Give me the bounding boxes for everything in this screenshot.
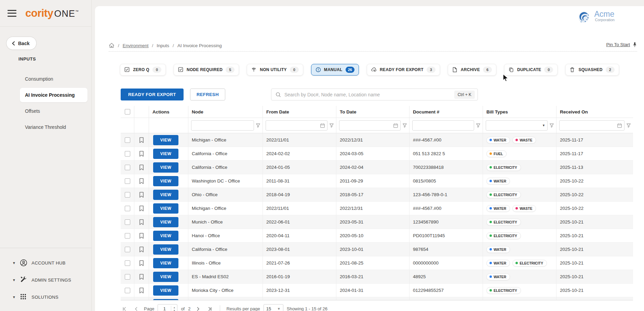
received-on-cell: 2025-10-22	[556, 188, 633, 201]
previous-page-button[interactable]	[132, 306, 140, 311]
table-row: VIEW Morioka City - Office 2023-12-31 20…	[121, 284, 633, 297]
filter-funnel-icon[interactable]	[256, 123, 260, 128]
calendar-icon[interactable]	[617, 123, 622, 128]
bill-type-label: ELECTRICITY	[494, 165, 517, 170]
received-on-filter-input[interactable]	[559, 120, 625, 131]
status-tabs: ZERO Q0NODE REQUIRED5NON UTILITY0MANUAL2…	[95, 64, 644, 76]
bookmark-icon[interactable]	[139, 260, 144, 266]
bookmark-icon[interactable]	[139, 246, 144, 253]
search-input[interactable]	[284, 92, 454, 97]
tab-archive[interactable]: ARCHIVE6	[448, 64, 496, 76]
page-number-input[interactable]: 1 ▲▼	[158, 304, 177, 311]
next-page-button[interactable]	[194, 306, 202, 311]
first-page-button[interactable]	[121, 306, 129, 311]
filter-funnel-icon[interactable]	[329, 123, 334, 128]
bookmark-icon[interactable]	[139, 205, 144, 212]
home-icon[interactable]	[109, 43, 115, 48]
tab-node-required[interactable]: NODE REQUIRED5	[174, 64, 239, 76]
pin-to-start[interactable]: Pin To Start	[606, 42, 637, 47]
row-checkbox[interactable]	[125, 219, 130, 225]
view-button[interactable]: VIEW	[153, 231, 178, 241]
row-checkbox[interactable]	[125, 137, 130, 143]
bookmark-icon[interactable]	[139, 137, 144, 143]
calendar-icon[interactable]	[320, 123, 325, 128]
bookmark-icon[interactable]	[139, 233, 144, 239]
pin-label: Pin To Start	[606, 42, 630, 47]
bookmark-icon[interactable]	[139, 164, 144, 171]
view-button[interactable]: VIEW	[153, 149, 178, 159]
filter-funnel-icon[interactable]	[626, 123, 631, 128]
filter-funnel-icon[interactable]	[549, 123, 554, 128]
sidebar-item-ai-invoice-processing[interactable]: AI Invoice Processing	[20, 88, 88, 102]
to-date-cell: 2022/12/31	[336, 133, 410, 147]
row-checkbox[interactable]	[125, 274, 130, 280]
view-button[interactable]: VIEW	[153, 135, 178, 145]
spinner-down-icon[interactable]: ▼	[173, 309, 175, 311]
hamburger-menu-icon[interactable]	[8, 10, 16, 17]
tab-duplicate[interactable]: DUPLICATE0	[504, 64, 558, 76]
refresh-button[interactable]: REFRESH	[190, 89, 225, 100]
bookmark-icon[interactable]	[139, 274, 144, 280]
bill-type-dot	[489, 139, 492, 141]
tab-zero-q[interactable]: ZERO Q0	[120, 64, 166, 76]
received-on-cell: 2025-10-21	[556, 229, 633, 242]
row-checkbox[interactable]	[125, 178, 130, 184]
breadcrumb-item-environment[interactable]: Environment	[123, 43, 149, 48]
bill-types-filter-select[interactable]: ▼	[486, 120, 548, 131]
row-checkbox[interactable]	[125, 247, 130, 252]
breadcrumb-item-inputs[interactable]: Inputs	[157, 43, 169, 48]
view-button[interactable]: VIEW	[153, 285, 178, 296]
document-filter-input[interactable]	[412, 120, 474, 131]
bill-type-label: FUEL	[494, 152, 503, 156]
row-checkbox[interactable]	[125, 206, 130, 211]
row-checkbox[interactable]	[125, 151, 130, 157]
bill-type-badge: WASTE	[512, 205, 536, 212]
spinner-up-icon[interactable]: ▲	[173, 306, 175, 309]
view-button[interactable]: VIEW	[153, 244, 178, 255]
sidebar-item-account-hub[interactable]: ▼ACCOUNT HUB	[0, 254, 92, 271]
page-spinner[interactable]: ▲▼	[171, 306, 177, 311]
filter-funnel-icon[interactable]	[402, 123, 407, 128]
from-date-filter-input[interactable]	[266, 120, 327, 131]
column-actions: Actions	[149, 106, 188, 118]
bookmark-icon[interactable]	[139, 178, 144, 184]
to-date-filter-input[interactable]	[339, 120, 401, 131]
sidebar-item-solutions[interactable]: ▼SOLUTIONS	[0, 288, 92, 306]
tab-manual[interactable]: MANUAL26	[311, 64, 359, 76]
view-button[interactable]: VIEW	[153, 190, 178, 200]
ready-for-export-button[interactable]: READY FOR EXPORT	[121, 89, 184, 100]
bookmark-icon[interactable]	[139, 219, 144, 225]
bookmark-icon[interactable]	[139, 151, 144, 157]
tab-ready-for-export[interactable]: READY FOR EXPORT3	[367, 64, 440, 76]
calendar-icon[interactable]	[393, 123, 398, 128]
row-checkbox[interactable]	[125, 165, 130, 170]
view-button[interactable]: VIEW	[153, 203, 178, 214]
row-checkbox[interactable]	[125, 288, 130, 293]
main-content: Acme Corporation /Environment/Inputs/AI …	[95, 6, 644, 311]
breadcrumb-item-ai-invoice-processing[interactable]: AI Invoice Processing	[177, 43, 222, 48]
tab-squashed[interactable]: SQUASHED2	[565, 64, 619, 76]
node-filter-input[interactable]	[191, 120, 254, 131]
last-page-button[interactable]	[205, 306, 214, 311]
node-cell: Michigan - Office	[188, 133, 263, 147]
view-button[interactable]: VIEW	[153, 162, 178, 173]
bookmark-column-header	[134, 106, 149, 118]
row-checkbox[interactable]	[125, 260, 130, 266]
row-checkbox[interactable]	[125, 192, 130, 198]
filter-funnel-icon[interactable]	[476, 123, 481, 128]
sidebar-item-admin-settings[interactable]: ▼ADMIN SETTINGS	[0, 271, 92, 288]
view-button[interactable]: VIEW	[153, 272, 178, 282]
bookmark-icon[interactable]	[139, 287, 144, 294]
select-all-checkbox[interactable]	[125, 109, 130, 114]
bookmark-icon[interactable]	[139, 192, 144, 198]
results-per-page-select[interactable]: 15 ▼	[264, 304, 283, 311]
tab-non-utility[interactable]: NON UTILITY0	[247, 64, 303, 76]
view-button[interactable]: VIEW	[153, 217, 178, 227]
sidebar-item-offsets[interactable]: Offsets	[20, 104, 88, 118]
view-button[interactable]: VIEW	[153, 176, 178, 186]
back-button[interactable]: Back	[6, 37, 37, 50]
sidebar-item-consumption[interactable]: Consumption	[20, 72, 88, 86]
row-checkbox[interactable]	[125, 233, 130, 239]
view-button[interactable]: VIEW	[153, 258, 178, 268]
sidebar-item-variance-threshold[interactable]: Variance Threshold	[20, 120, 88, 134]
